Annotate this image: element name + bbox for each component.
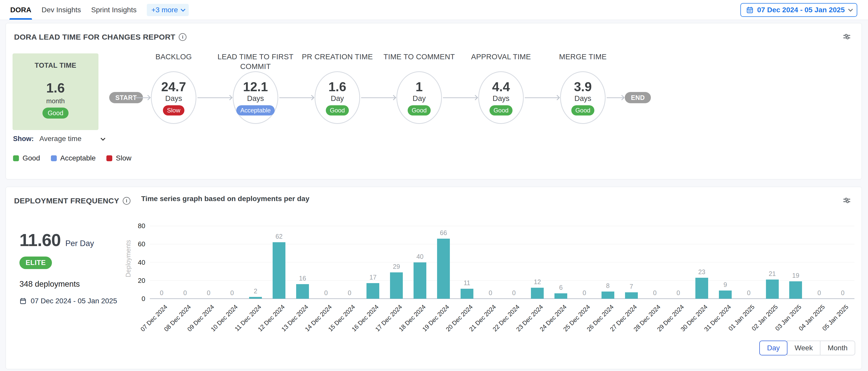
bar-value-label: 0 bbox=[478, 289, 503, 297]
info-icon[interactable]: i bbox=[123, 197, 130, 205]
stage-title-time-to-comment: TIME TO COMMENT bbox=[376, 52, 463, 62]
bar-value-label: 0 bbox=[196, 289, 221, 297]
chart-title: Time series graph based on deployments p… bbox=[141, 195, 309, 203]
granularity-day[interactable]: Day bbox=[759, 341, 787, 356]
y-tick-label: 60 bbox=[122, 240, 145, 248]
arrowhead-icon bbox=[391, 95, 396, 100]
stage-node-backlog: 24.7DaysSlow bbox=[151, 71, 196, 124]
stage-status-badge: Good bbox=[408, 105, 431, 115]
tab-sprint-insights[interactable]: Sprint Insights bbox=[91, 0, 136, 20]
bar-17-dec-2024 bbox=[390, 272, 403, 299]
x-axis-labels: 07 Dec 202408 Dec 202409 Dec 202410 Dec … bbox=[150, 302, 855, 340]
bar-24-dec-2024 bbox=[554, 293, 567, 299]
arrowhead-icon bbox=[227, 95, 232, 100]
granularity-month[interactable]: Month bbox=[820, 341, 855, 356]
stage-unit: Days bbox=[165, 94, 182, 103]
bar-12-dec-2024 bbox=[273, 242, 285, 299]
bar-value-label: 40 bbox=[407, 253, 433, 260]
arrowhead-icon bbox=[554, 95, 560, 100]
granularity-week[interactable]: Week bbox=[787, 341, 820, 356]
stage-unit: Day bbox=[331, 94, 344, 103]
stage-unit: Days bbox=[247, 94, 264, 103]
stage-unit: Days bbox=[493, 94, 509, 103]
arrowhead-icon bbox=[145, 95, 151, 100]
stage-status-badge: Good bbox=[490, 105, 513, 115]
lead-time-card: DORA LEAD TIME FOR CHANGES REPORT i TOTA… bbox=[6, 23, 862, 179]
stage-status-badge: Good bbox=[571, 105, 595, 115]
deployment-settings-button[interactable] bbox=[841, 195, 852, 207]
tab-dev-insights[interactable]: Dev Insights bbox=[41, 0, 81, 20]
bar-value-label: 16 bbox=[290, 275, 315, 282]
stage-title-lead-time-to-first-commit: LEAD TIME TO FIRST COMMIT bbox=[212, 52, 299, 71]
bar-value-label: 6 bbox=[548, 284, 574, 291]
legend-item-good: Good bbox=[13, 154, 40, 162]
stage-title-pr-creation-time: PR CREATION TIME bbox=[294, 52, 381, 62]
date-range-text: 07 Dec 2024 - 05 Jan 2025 bbox=[757, 6, 845, 14]
bar-value-label: 0 bbox=[736, 289, 762, 297]
stage-status-badge: Slow bbox=[163, 105, 184, 115]
bar-value-label: 7 bbox=[619, 283, 644, 290]
bar-value-label: 2 bbox=[243, 288, 268, 295]
legend-item-acceptable: Acceptable bbox=[51, 154, 96, 162]
lead-time-flow-diagram: STARTBACKLOG24.7DaysSlowLEAD TIME TO FIR… bbox=[6, 23, 862, 156]
elite-tier-badge: ELITE bbox=[20, 257, 52, 269]
bar-13-dec-2024 bbox=[296, 284, 309, 299]
bar-31-dec-2024 bbox=[719, 291, 732, 299]
bar-value-label: 0 bbox=[313, 289, 339, 297]
deployment-rate-value: 11.60 bbox=[20, 230, 61, 250]
flow-connector-arrow bbox=[443, 97, 477, 98]
flow-connector-arrow bbox=[361, 97, 395, 98]
bar-19-dec-2024 bbox=[437, 239, 450, 299]
more-tabs-button[interactable]: +3 more bbox=[147, 4, 189, 16]
tab-bar: DORADev InsightsSprint Insights +3 more bbox=[10, 0, 189, 20]
stage-title-merge-time: MERGE TIME bbox=[539, 52, 626, 62]
bar-27-dec-2024 bbox=[625, 292, 638, 299]
deployments-total: 348 deployments bbox=[20, 279, 80, 289]
deployment-frequency-title: DEPLOYMENT FREQUENCY i bbox=[14, 197, 130, 205]
legend-label: Slow bbox=[116, 154, 131, 162]
status-legend: GoodAcceptableSlow bbox=[13, 154, 131, 162]
calendar-icon bbox=[20, 297, 27, 305]
bar-value-label: 0 bbox=[337, 289, 362, 297]
bar-value-label: 9 bbox=[713, 281, 738, 289]
stage-unit: Day bbox=[412, 94, 426, 103]
bar-value-label: 0 bbox=[149, 289, 175, 297]
bar-23-dec-2024 bbox=[531, 288, 544, 299]
stage-title-approval-time: APPROVAL TIME bbox=[458, 52, 545, 62]
bar-value-label: 29 bbox=[383, 263, 409, 270]
y-tick-label: 40 bbox=[122, 259, 145, 267]
flow-connector-arrow bbox=[525, 97, 559, 98]
stage-value: 1.6 bbox=[329, 80, 346, 94]
stage-node-approval-time: 4.4DaysGood bbox=[478, 71, 524, 124]
bar-value-label: 12 bbox=[525, 278, 550, 286]
gridline bbox=[150, 226, 855, 226]
gridline bbox=[150, 244, 855, 244]
bar-18-dec-2024 bbox=[413, 262, 426, 299]
date-range-picker[interactable]: 07 Dec 2024 - 05 Jan 2025 bbox=[740, 3, 857, 17]
legend-item-slow: Slow bbox=[106, 154, 131, 162]
arrowhead-icon bbox=[619, 95, 624, 100]
show-metric-dropdown[interactable]: Show: Average time bbox=[13, 135, 104, 143]
bar-16-dec-2024 bbox=[367, 283, 379, 299]
bar-value-label: 0 bbox=[501, 289, 527, 297]
stage-node-pr-creation-time: 1.6DayGood bbox=[315, 71, 360, 124]
tab-dora[interactable]: DORA bbox=[10, 0, 31, 20]
deployment-rate-unit: Per Day bbox=[65, 239, 94, 248]
stage-value: 12.1 bbox=[243, 80, 268, 94]
stage-node-time-to-comment: 1DayGood bbox=[396, 71, 442, 124]
deployment-date-range: 07 Dec 2024 - 05 Jan 2025 bbox=[20, 297, 117, 305]
bar-value-label: 11 bbox=[454, 279, 480, 287]
bar-value-label: 0 bbox=[219, 289, 245, 297]
bar-value-label: 8 bbox=[595, 282, 621, 290]
deployment-rate: 11.60 Per Day bbox=[20, 230, 94, 250]
chevron-down-icon bbox=[848, 7, 852, 11]
legend-swatch bbox=[13, 155, 19, 161]
bar-20-dec-2024 bbox=[461, 289, 473, 299]
stage-value: 1 bbox=[415, 80, 423, 94]
y-tick-label: 0 bbox=[122, 295, 145, 303]
legend-label: Acceptable bbox=[60, 154, 96, 162]
arrowhead-icon bbox=[473, 95, 478, 100]
bar-value-label: 21 bbox=[760, 270, 785, 277]
granularity-toggle: DayWeekMonth bbox=[759, 341, 855, 356]
legend-swatch bbox=[51, 155, 57, 161]
